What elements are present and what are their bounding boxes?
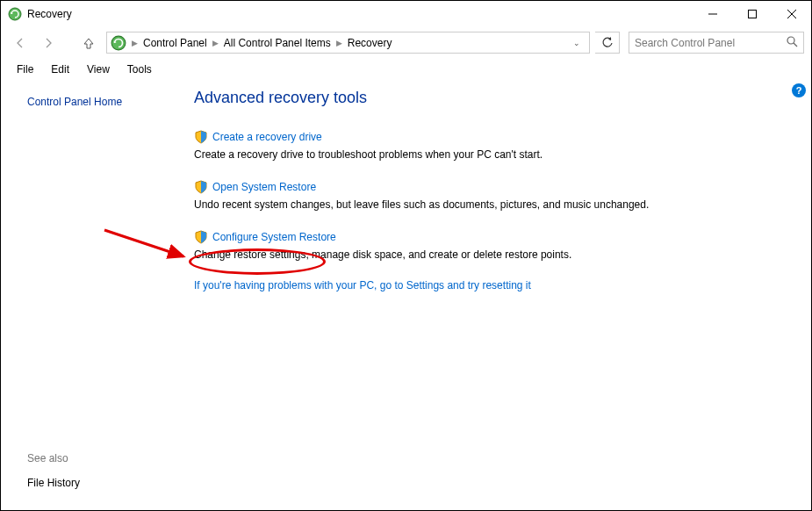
shield-icon xyxy=(194,180,208,194)
sidebar: Control Panel Home See also File History xyxy=(1,80,194,510)
back-button[interactable] xyxy=(8,31,32,55)
nav-bar: ▶ Control Panel ▶ All Control Panel Item… xyxy=(1,27,811,59)
create-recovery-drive-link[interactable]: Create a recovery drive xyxy=(212,131,322,143)
address-dropdown-icon[interactable]: ⌄ xyxy=(568,39,586,47)
menu-edit[interactable]: Edit xyxy=(42,61,78,78)
page-title: Advanced recovery tools xyxy=(194,89,785,107)
menu-tools[interactable]: Tools xyxy=(119,61,161,78)
search-icon xyxy=(786,35,798,50)
svg-point-6 xyxy=(787,37,794,44)
tool-description: Create a recovery drive to troubleshoot … xyxy=(194,148,785,162)
svg-rect-2 xyxy=(748,11,756,18)
tool-open-system-restore: Open System Restore Undo recent system c… xyxy=(194,180,785,212)
window-controls xyxy=(693,1,811,27)
svg-point-5 xyxy=(111,36,126,50)
address-bar[interactable]: ▶ Control Panel ▶ All Control Panel Item… xyxy=(106,32,590,54)
see-also: See also File History xyxy=(27,452,194,489)
tool-description: Change restore settings, manage disk spa… xyxy=(194,248,785,263)
minimize-button[interactable] xyxy=(693,1,732,27)
tool-create-recovery-drive: Create a recovery drive Create a recover… xyxy=(194,130,785,162)
main-content: Advanced recovery tools Create a recover… xyxy=(194,80,811,510)
chevron-right-icon[interactable]: ▶ xyxy=(128,39,141,47)
open-system-restore-link[interactable]: Open System Restore xyxy=(212,181,316,193)
search-placeholder: Search Control Panel xyxy=(635,37,786,49)
see-also-label: See also xyxy=(27,452,194,464)
breadcrumb-item[interactable]: Control Panel xyxy=(141,37,209,49)
breadcrumb: ▶ Control Panel ▶ All Control Panel Item… xyxy=(128,37,568,49)
breadcrumb-item[interactable]: Recovery xyxy=(346,37,394,49)
configure-system-restore-link[interactable]: Configure System Restore xyxy=(212,231,336,243)
chevron-right-icon[interactable]: ▶ xyxy=(209,39,222,47)
control-panel-home-link[interactable]: Control Panel Home xyxy=(27,96,194,108)
shield-icon xyxy=(194,230,208,244)
menu-view[interactable]: View xyxy=(78,61,119,78)
up-button[interactable] xyxy=(76,31,101,55)
refresh-button[interactable] xyxy=(595,32,620,54)
close-button[interactable] xyxy=(772,1,811,27)
chevron-right-icon[interactable]: ▶ xyxy=(333,39,346,47)
shield-icon xyxy=(194,130,208,144)
recovery-icon xyxy=(111,35,126,51)
maximize-button[interactable] xyxy=(732,1,772,27)
recovery-icon xyxy=(8,7,22,21)
tool-description: Undo recent system changes, but leave fi… xyxy=(194,198,785,212)
svg-point-0 xyxy=(9,8,21,20)
menu-bar: File Edit View Tools xyxy=(1,59,811,80)
search-input[interactable]: Search Control Panel xyxy=(629,32,804,54)
body-area: ? Control Panel Home See also File Histo… xyxy=(1,80,811,510)
window-title: Recovery xyxy=(27,8,693,20)
file-history-link[interactable]: File History xyxy=(27,477,194,489)
breadcrumb-item[interactable]: All Control Panel Items xyxy=(222,37,333,49)
reset-pc-link[interactable]: If you're having problems with your PC, … xyxy=(194,279,531,291)
titlebar: Recovery xyxy=(1,1,811,27)
tool-configure-system-restore: Configure System Restore Change restore … xyxy=(194,230,785,263)
forward-button[interactable] xyxy=(36,31,61,55)
menu-file[interactable]: File xyxy=(8,61,42,78)
svg-line-7 xyxy=(794,43,797,47)
